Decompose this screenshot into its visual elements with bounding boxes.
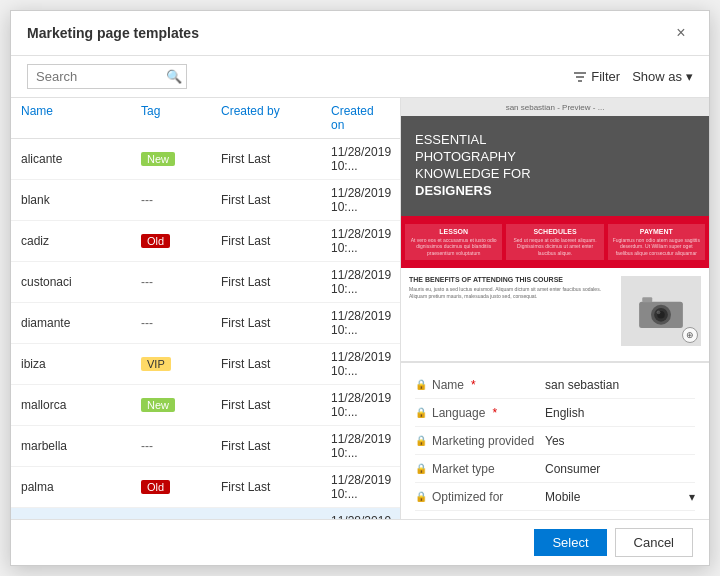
svg-rect-7: [642, 297, 652, 302]
cell-created-by: First Last: [221, 234, 331, 248]
preview-text-body: Mauris eu, justo a sed luctus euismod. A…: [409, 286, 613, 300]
preview-card: LESSON At vero eos et accusamus et iusto…: [405, 224, 502, 261]
prop-label-text: Language: [432, 406, 485, 420]
camera-icon: [636, 291, 686, 331]
toolbar-right: Filter Show as ▾: [573, 69, 693, 84]
chevron-down-icon: ▾: [686, 69, 693, 84]
tag-badge: VIP: [141, 357, 171, 371]
preview-card: PAYMENT Fugiamus non odio atem augue sag…: [608, 224, 705, 261]
cancel-button[interactable]: Cancel: [615, 528, 693, 557]
filter-icon: [573, 71, 587, 83]
right-panel: san sebastian - Preview - ... ESSENTIAL …: [401, 98, 709, 519]
svg-point-8: [657, 310, 661, 314]
select-button[interactable]: Select: [534, 529, 606, 556]
dialog-header: Marketing page templates ×: [11, 11, 709, 56]
search-box: 🔍: [27, 64, 187, 89]
preview-top-bar: san sebastian - Preview - ...: [401, 98, 709, 116]
close-button[interactable]: ×: [669, 21, 693, 45]
col-header-name[interactable]: Name: [21, 104, 141, 132]
lock-icon: 🔒: [415, 407, 427, 418]
prop-row: 🔒 Name * san sebastian: [415, 371, 695, 399]
cell-created-on: 11/28/2019 10:...: [331, 350, 391, 378]
cell-created-on: 11/28/2019 10:...: [331, 473, 391, 501]
col-header-created-by[interactable]: Created by: [221, 104, 331, 132]
preview-text-section: THE BENEFITS OF ATTENDING THIS COURSE Ma…: [409, 276, 613, 353]
list-row[interactable]: san sebastian VIP First Last 11/28/2019 …: [11, 508, 400, 519]
preview-card-title: LESSON: [409, 228, 498, 235]
preview-image: san sebastian - Preview - ... ESSENTIAL …: [401, 98, 709, 361]
preview-text-title: THE BENEFITS OF ATTENDING THIS COURSE: [409, 276, 613, 283]
list-body[interactable]: alicante New First Last 11/28/2019 10:..…: [11, 139, 400, 519]
list-row[interactable]: blank --- First Last 11/28/2019 10:...: [11, 180, 400, 221]
show-as-button[interactable]: Show as ▾: [632, 69, 693, 84]
prop-label: 🔒 Optimized for: [415, 490, 545, 504]
cell-tag: New: [141, 398, 221, 412]
cell-created-by: First Last: [221, 480, 331, 494]
list-row[interactable]: custonaci --- First Last 11/28/2019 10:.…: [11, 262, 400, 303]
prop-value: English: [545, 406, 695, 420]
prop-label: 🔒 Market type: [415, 462, 545, 476]
prop-value-dropdown[interactable]: Mobile ▾: [545, 490, 695, 504]
cell-name: mallorca: [21, 398, 141, 412]
dropdown-chevron-icon: ▾: [689, 490, 695, 504]
cell-created-on: 11/28/2019 10:...: [331, 227, 391, 255]
tag-badge: New: [141, 398, 175, 412]
list-panel: Name Tag Created by Created on alicante …: [11, 98, 401, 519]
prop-row: 🔒 Optimized for Mobile ▾: [415, 483, 695, 511]
preview-bottom: THE BENEFITS OF ATTENDING THIS COURSE Ma…: [401, 268, 709, 361]
dialog-title: Marketing page templates: [27, 25, 199, 41]
cell-created-on: 11/28/2019 10:...: [331, 432, 391, 460]
search-input[interactable]: [36, 69, 166, 84]
tag-cell: ---: [141, 275, 153, 289]
required-indicator: *: [471, 378, 476, 392]
cell-name: custonaci: [21, 275, 141, 289]
list-header: Name Tag Created by Created on: [11, 98, 400, 139]
cell-tag: New: [141, 152, 221, 166]
tag-badge: Old: [141, 234, 170, 248]
preview-card-text: At vero eos et accusamus et iusto odio d…: [409, 237, 498, 257]
cell-tag: ---: [141, 439, 221, 453]
tag-badge: Old: [141, 480, 170, 494]
dialog-body: Name Tag Created by Created on alicante …: [11, 98, 709, 519]
marketing-templates-dialog: Marketing page templates × 🔍 Filter Show…: [10, 10, 710, 566]
zoom-icon[interactable]: ⊕: [682, 327, 698, 343]
prop-row: 🔒 Marketing provided Yes: [415, 427, 695, 455]
cell-created-on: 11/28/2019 10:...: [331, 268, 391, 296]
hero-title: ESSENTIAL PHOTOGRAPHY KNOWLEDGE FOR DESI…: [415, 132, 695, 200]
lock-icon: 🔒: [415, 491, 427, 502]
dialog-toolbar: 🔍 Filter Show as ▾: [11, 56, 709, 98]
preview-card-text: Sed ut neque at odio laoreet aliquam. Di…: [510, 237, 599, 257]
cell-created-by: First Last: [221, 193, 331, 207]
tag-cell: ---: [141, 316, 153, 330]
cell-name: diamante: [21, 316, 141, 330]
tag-cell: ---: [141, 439, 153, 453]
list-row[interactable]: alicante New First Last 11/28/2019 10:..…: [11, 139, 400, 180]
cell-tag: Old: [141, 480, 221, 494]
cell-created-by: First Last: [221, 398, 331, 412]
cell-created-on: 11/28/2019 10:...: [331, 186, 391, 214]
col-header-created-on[interactable]: Created on: [331, 104, 390, 132]
prop-row: 🔒 Language * English: [415, 399, 695, 427]
tag-cell: ---: [141, 193, 153, 207]
list-row[interactable]: cadiz Old First Last 11/28/2019 10:...: [11, 221, 400, 262]
filter-button[interactable]: Filter: [573, 69, 620, 84]
list-row[interactable]: mallorca New First Last 11/28/2019 10:..…: [11, 385, 400, 426]
preview-hero: ESSENTIAL PHOTOGRAPHY KNOWLEDGE FOR DESI…: [401, 116, 709, 216]
list-row[interactable]: diamante --- First Last 11/28/2019 10:..…: [11, 303, 400, 344]
list-row[interactable]: ibiza VIP First Last 11/28/2019 10:...: [11, 344, 400, 385]
properties-panel: 🔒 Name * san sebastian 🔒 Language * Engl…: [401, 362, 709, 519]
cell-created-by: First Last: [221, 357, 331, 371]
cell-tag: VIP: [141, 357, 221, 371]
prop-value: san sebastian: [545, 378, 695, 392]
prop-label: 🔒 Language *: [415, 406, 545, 420]
cell-tag: ---: [141, 193, 221, 207]
list-row[interactable]: palma Old First Last 11/28/2019 10:...: [11, 467, 400, 508]
prop-label: 🔒 Name *: [415, 378, 545, 392]
lock-icon: 🔒: [415, 379, 427, 390]
preview-cards: LESSON At vero eos et accusamus et iusto…: [401, 216, 709, 269]
prop-label-text: Optimized for: [432, 490, 503, 504]
list-row[interactable]: marbella --- First Last 11/28/2019 10:..…: [11, 426, 400, 467]
preview-card: SCHEDULES Sed ut neque at odio laoreet a…: [506, 224, 603, 261]
cell-created-on: 11/28/2019 10:...: [331, 391, 391, 419]
col-header-tag[interactable]: Tag: [141, 104, 221, 132]
